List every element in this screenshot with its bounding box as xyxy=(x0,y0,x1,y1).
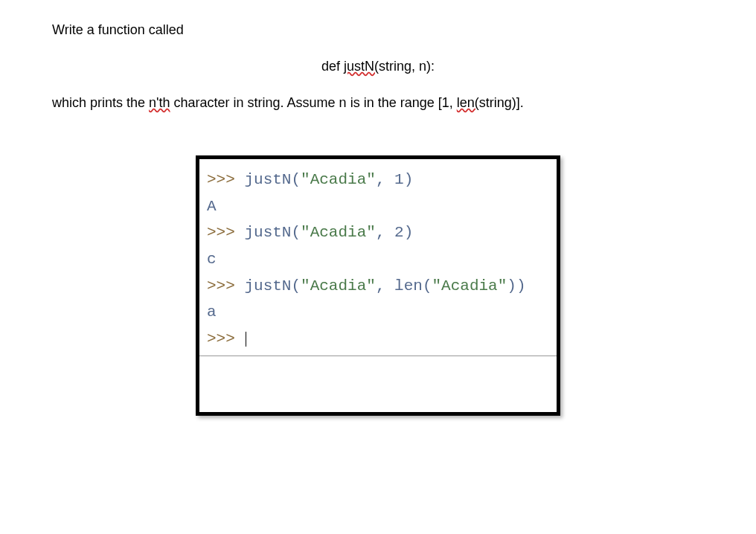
output-text: A xyxy=(207,198,217,215)
console-output-2: c xyxy=(207,246,549,273)
output-text: a xyxy=(207,303,217,321)
string-arg: "Acadia" xyxy=(301,277,376,295)
prompt-symbol: >>> xyxy=(207,224,235,241)
args-rest: , 1) xyxy=(376,171,413,188)
nth-underlined: n'th xyxy=(149,95,170,110)
console-box: >>> justN("Acadia", 1) A >>> justN("Acad… xyxy=(196,155,560,416)
instruction-line-2: def justN(string, n): xyxy=(52,59,704,74)
call-name: justN xyxy=(244,277,291,295)
instruction-line-3: which prints the n'th character in strin… xyxy=(52,95,704,111)
text-which-prints: which prints the xyxy=(52,95,149,110)
console-spacer xyxy=(199,356,557,412)
call-name: justN xyxy=(244,171,291,188)
console-line-1: >>> justN("Acadia", 1) xyxy=(207,167,549,193)
paren-open: ( xyxy=(291,277,301,295)
string-arg: "Acadia" xyxy=(301,224,376,241)
len-underlined: len( xyxy=(457,95,479,110)
output-text: c xyxy=(207,251,217,268)
console-content: >>> justN("Acadia", 1) A >>> justN("Acad… xyxy=(199,165,557,356)
console-output-3: a xyxy=(207,299,549,326)
string-arg-2: "Acadia" xyxy=(432,277,507,295)
text-suffix: string)]. xyxy=(479,95,524,110)
prompt-symbol: >>> xyxy=(207,171,235,188)
paren-open: ( xyxy=(291,224,301,241)
console-line-3: >>> justN("Acadia", len("Acadia")) xyxy=(207,273,549,300)
args-mid: , len( xyxy=(376,277,432,295)
def-keyword: def xyxy=(321,59,344,74)
text-write-function: Write a function called xyxy=(52,22,184,37)
cursor-icon xyxy=(246,332,246,347)
console-line-prompt: >>> xyxy=(207,326,549,353)
instruction-line-1: Write a function called xyxy=(52,22,704,38)
paren-open: ( xyxy=(291,171,301,188)
prompt-symbol: >>> xyxy=(207,277,235,295)
console-line-2: >>> justN("Acadia", 2) xyxy=(207,219,549,246)
text-mid: character in string. Assume n is in the … xyxy=(170,95,457,110)
console-output-1: A xyxy=(207,193,549,220)
prompt-symbol: >>> xyxy=(207,330,235,347)
args-rest: )) xyxy=(507,277,525,295)
func-name-underlined: justN( xyxy=(344,59,379,74)
args-rest: , 2) xyxy=(376,224,413,241)
func-params: string, n): xyxy=(379,59,435,74)
string-arg: "Acadia" xyxy=(301,171,376,188)
call-name: justN xyxy=(244,224,291,241)
